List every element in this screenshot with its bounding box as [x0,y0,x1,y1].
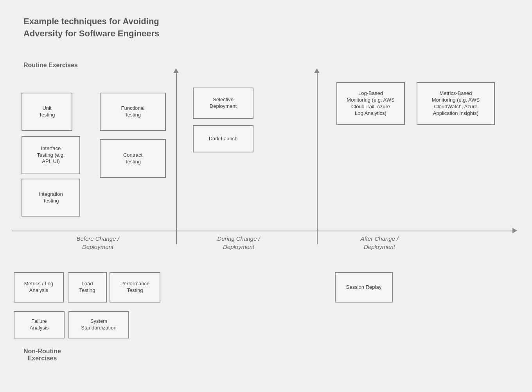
main-title: Example techniques for Avoiding Adversit… [23,16,159,40]
system-standardization: SystemStandardization [68,311,129,338]
contract-testing: ContractTesting [100,139,166,178]
vertical-arrow-2 [314,68,320,73]
after-label: After Change /Deployment [340,234,419,251]
log-based-monitoring: Log-BasedMonitoring (e.g. AWSCloudTrail,… [336,82,405,125]
selective-deployment: SelectiveDeployment [193,88,253,119]
metrics-based-monitoring: Metrics-BasedMonitoring (e.g. AWSCloudWa… [417,82,495,125]
functional-testing: FunctionalTesting [100,93,166,131]
horizontal-arrow [512,228,517,233]
performance-testing: PerformanceTesting [110,272,160,303]
vertical-arrow-1 [173,68,179,73]
horizontal-axis [12,231,512,231]
non-routine-label: Non-RoutineExercises [23,348,61,362]
routine-label: Routine Exercises [23,62,78,69]
metrics-log-analysis: Metrics / LogAnalysis [14,272,64,303]
load-testing: LoadTesting [68,272,107,303]
dark-launch: Dark Launch [193,125,253,152]
during-label: During Change /Deployment [200,234,278,251]
integration-testing: IntegrationTesting [22,179,80,217]
vertical-axis-2 [317,72,318,244]
diagram: Example techniques for Avoiding Adversit… [0,0,532,392]
before-label: Before Change /Deployment [55,234,141,251]
interface-testing: InterfaceTesting (e.g.API, UI) [22,136,80,174]
vertical-axis-1 [176,72,177,244]
unit-testing: UnitTesting [22,93,72,131]
session-replay: Session Replay [335,272,393,303]
failure-analysis: FailureAnalysis [14,311,65,338]
